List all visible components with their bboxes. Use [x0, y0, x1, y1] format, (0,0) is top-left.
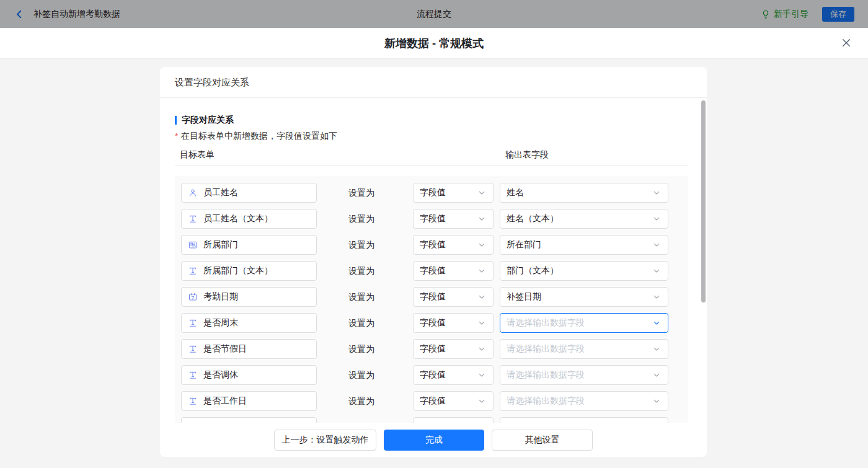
- table-row: 员工姓名（文本） 设置为 字段值 姓名（文本）: [175, 209, 688, 229]
- chevron-down-icon: [652, 214, 662, 224]
- field-label: 是否节假日: [203, 343, 247, 355]
- set-as-label: 设置为: [348, 287, 374, 307]
- guide-button[interactable]: 新手引导: [761, 9, 808, 20]
- output-select[interactable]: [500, 417, 668, 423]
- field-chip: [181, 417, 317, 423]
- set-as-label: 设置为: [348, 261, 374, 281]
- mode-select[interactable]: 字段值: [413, 261, 494, 281]
- modal-title: 新增数据 - 常规模式: [0, 28, 868, 59]
- field-type-icon: [188, 396, 198, 406]
- chevron-down-icon: [652, 370, 662, 380]
- field-chip: 员工姓名: [181, 183, 317, 203]
- save-button[interactable]: 保存: [822, 7, 854, 22]
- field-chip: 是否周末: [181, 313, 317, 333]
- field-type-icon: [188, 266, 198, 276]
- field-type-icon: [188, 214, 198, 224]
- previous-step-button[interactable]: 上一步：设置触发动作: [274, 430, 376, 451]
- table-row: 所属部门 设置为 字段值 所在部门: [175, 235, 688, 255]
- chevron-down-icon: [477, 214, 487, 224]
- table-row: 是否调休 设置为 字段值 请选择输出数据字段: [175, 365, 688, 385]
- set-as-label: 设置为: [348, 183, 374, 203]
- mode-select[interactable]: 字段值: [413, 183, 494, 203]
- output-select[interactable]: 补签日期: [500, 287, 668, 307]
- lightbulb-icon: [761, 9, 771, 19]
- mode-select[interactable]: 字段值: [413, 313, 494, 333]
- field-chip: 是否节假日: [181, 339, 317, 359]
- output-select[interactable]: 请选择输出数据字段: [500, 391, 668, 411]
- chevron-down-icon: [477, 292, 487, 302]
- card-body: 字段对应关系 *在目标表单中新增数据，字段值设置如下 目标表单 输出表字段 员工…: [160, 99, 707, 423]
- mode-select-value: 字段值: [420, 369, 446, 381]
- output-select-value: 姓名（文本）: [507, 213, 559, 224]
- guide-label: 新手引导: [774, 9, 808, 20]
- section-note: *在目标表单中新增数据，字段值设置如下: [175, 131, 707, 142]
- field-label: 员工姓名: [203, 187, 238, 198]
- output-select[interactable]: 姓名: [500, 183, 668, 203]
- table-row-partial: [175, 417, 688, 423]
- field-chip: 是否调休: [181, 365, 317, 385]
- mode-select-value: 字段值: [420, 317, 446, 329]
- mode-select[interactable]: [413, 417, 494, 423]
- field-type-icon: [188, 188, 198, 198]
- mode-select[interactable]: 字段值: [413, 391, 494, 411]
- field-label: 员工姓名（文本）: [203, 213, 273, 224]
- output-select[interactable]: 部门（文本）: [500, 261, 668, 281]
- set-as-label: 设置为: [348, 391, 374, 411]
- mode-select-value: 字段值: [420, 291, 446, 302]
- column-headers: 目标表单 输出表字段: [175, 149, 688, 166]
- mode-select[interactable]: 字段值: [413, 365, 494, 385]
- mode-select[interactable]: 字段值: [413, 287, 494, 307]
- mode-select[interactable]: 字段值: [413, 339, 494, 359]
- mode-select-value: 字段值: [420, 265, 446, 276]
- top-toolbar: 补签自动新增考勤数据 流程提交 新手引导 保存: [0, 0, 868, 28]
- scrollbar-thumb[interactable]: [701, 100, 706, 302]
- section-title: 字段对应关系: [182, 115, 234, 126]
- modal-header: 新增数据 - 常规模式: [0, 28, 868, 59]
- chevron-down-icon: [477, 396, 487, 406]
- field-type-icon: [188, 370, 198, 380]
- close-icon: [841, 37, 852, 48]
- field-label: 是否工作日: [203, 395, 247, 407]
- mode-select-value: 字段值: [420, 187, 446, 198]
- mode-select[interactable]: 字段值: [413, 209, 494, 229]
- output-select[interactable]: 请选择输出数据字段: [500, 365, 668, 385]
- mode-select-value: 字段值: [420, 213, 446, 224]
- field-type-icon: [188, 318, 198, 328]
- chevron-down-icon: [477, 188, 487, 198]
- field-type-icon: [188, 344, 198, 354]
- field-type-icon: [188, 292, 198, 302]
- chevron-down-icon: [477, 370, 487, 380]
- table-row: 是否周末 设置为 字段值 请选择输出数据字段: [175, 313, 688, 333]
- chevron-down-icon: [477, 240, 487, 250]
- output-select[interactable]: 姓名（文本）: [500, 209, 668, 229]
- mode-select-value: 字段值: [420, 395, 446, 407]
- field-label: 所属部门: [203, 239, 238, 250]
- chevron-down-icon: [652, 266, 662, 276]
- set-as-label: 设置为: [348, 235, 374, 255]
- output-select[interactable]: 请选择输出数据字段: [500, 339, 668, 359]
- chevron-down-icon: [652, 292, 662, 302]
- table-row: 员工姓名 设置为 字段值 姓名: [175, 183, 688, 203]
- toolbar-center-title: 流程提交: [0, 0, 868, 28]
- field-chip: 是否工作日: [181, 391, 317, 411]
- output-select[interactable]: 所在部门: [500, 235, 668, 255]
- close-button[interactable]: [841, 37, 852, 48]
- field-label: 是否周末: [203, 317, 238, 329]
- output-select-value: 请选择输出数据字段: [507, 395, 585, 407]
- field-label: 所属部门（文本）: [203, 265, 273, 276]
- mode-select-value: 字段值: [420, 343, 446, 355]
- field-label: 是否调休: [203, 369, 238, 381]
- output-select-value: 所在部门: [507, 239, 541, 250]
- field-mapping-card: 设置字段对应关系 字段对应关系 *在目标表单中新增数据，字段值设置如下 目标表单…: [160, 67, 707, 457]
- column-header-output-field: 输出表字段: [505, 149, 549, 161]
- table-row: 是否工作日 设置为 字段值 请选择输出数据字段: [175, 391, 688, 411]
- output-select[interactable]: 请选择输出数据字段: [500, 313, 668, 333]
- field-chip: 所属部门: [181, 235, 317, 255]
- mode-select[interactable]: 字段值: [413, 235, 494, 255]
- column-header-target-form: 目标表单: [180, 149, 215, 161]
- output-select-value: 部门（文本）: [507, 265, 559, 276]
- mode-select-value: 字段值: [420, 239, 446, 250]
- chevron-down-icon: [652, 240, 662, 250]
- done-button[interactable]: 完成: [384, 430, 484, 451]
- other-settings-button[interactable]: 其他设置: [492, 430, 593, 451]
